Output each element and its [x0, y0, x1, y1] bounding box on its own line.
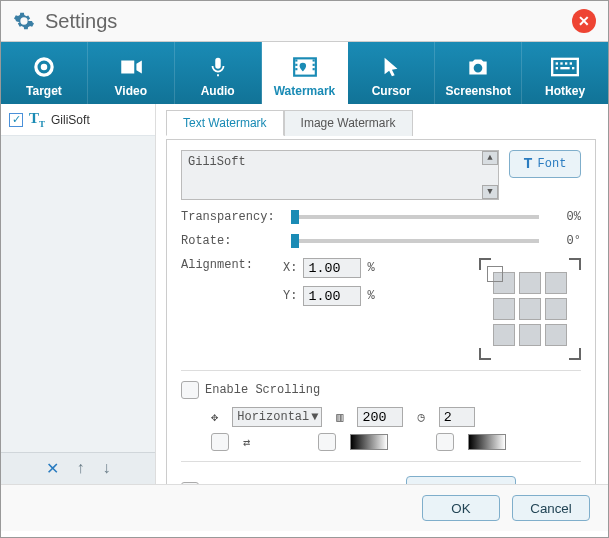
svg-rect-14	[572, 67, 574, 69]
scroll-duration-input[interactable]	[439, 407, 475, 427]
tab-screenshot[interactable]: Screenshot	[435, 42, 522, 104]
rotate-label: Rotate:	[181, 234, 277, 248]
font-button[interactable]: T Font	[509, 150, 581, 178]
watermark-text-input[interactable]: GiliSoft ▲▼	[181, 150, 499, 200]
watermark-list-sidebar: ✓ TT GiliSoft ✕ ↑ ↓	[1, 104, 156, 484]
subtab-image-watermark[interactable]: Image Watermark	[284, 110, 413, 136]
close-button[interactable]: ✕	[572, 9, 596, 33]
align-bc[interactable]	[519, 324, 541, 346]
subtab-text-watermark[interactable]: Text Watermark	[166, 110, 284, 136]
gradient1-swatch[interactable]	[350, 434, 388, 450]
rotate-value: 0°	[553, 234, 581, 248]
scroll-distance-input[interactable]	[357, 407, 403, 427]
transparency-label: Transparency:	[181, 210, 277, 224]
svg-rect-2	[295, 64, 297, 66]
x-label: X:	[283, 261, 297, 275]
watermark-item-checkbox[interactable]: ✓	[9, 113, 23, 127]
textarea-scrollbar[interactable]: ▲▼	[482, 151, 498, 199]
tab-audio[interactable]: Audio	[175, 42, 262, 104]
svg-rect-5	[312, 64, 314, 66]
svg-rect-12	[556, 67, 558, 69]
enable-scrolling-label: Enable Scrolling	[205, 383, 320, 397]
y-label: Y:	[283, 289, 297, 303]
clock-icon: ◷	[417, 410, 424, 425]
delete-watermark-button[interactable]: ✕	[46, 459, 59, 478]
tab-video[interactable]: Video	[88, 42, 175, 104]
distance-icon: ▥	[336, 410, 343, 425]
target-icon	[1, 50, 87, 84]
align-tr[interactable]	[545, 272, 567, 294]
enable-scrolling-checkbox[interactable]	[181, 381, 199, 399]
microphone-icon	[175, 50, 261, 84]
transparency-value: 0%	[553, 210, 581, 224]
direction-icon: ✥	[211, 410, 218, 425]
align-bl[interactable]	[493, 324, 515, 346]
align-mr[interactable]	[545, 298, 567, 320]
text-watermark-panel: GiliSoft ▲▼ T Font Transparency: 0% Rota…	[166, 139, 596, 484]
svg-rect-10	[565, 62, 567, 64]
add-watermark-button[interactable]: + Add	[406, 476, 516, 484]
svg-rect-4	[312, 59, 314, 61]
watermark-item-label: GiliSoft	[51, 113, 90, 127]
text-watermark-type-icon: TT	[29, 110, 45, 129]
transparency-slider[interactable]	[291, 215, 539, 219]
alignment-y-input[interactable]	[303, 286, 361, 306]
svg-rect-8	[556, 62, 558, 64]
cancel-button[interactable]: Cancel	[512, 495, 590, 521]
gradient2-checkbox[interactable]	[436, 433, 454, 451]
camera-icon	[435, 50, 521, 84]
tab-cursor[interactable]: Cursor	[348, 42, 435, 104]
keyboard-icon	[522, 50, 608, 84]
alignment-grid	[479, 258, 581, 360]
align-ml[interactable]	[493, 298, 515, 320]
loop-icon: ⇄	[243, 435, 250, 450]
svg-rect-9	[560, 62, 562, 64]
rotate-slider[interactable]	[291, 239, 539, 243]
move-up-button[interactable]: ↑	[77, 459, 85, 478]
svg-rect-6	[312, 68, 314, 70]
alignment-x-input[interactable]	[303, 258, 361, 278]
move-down-button[interactable]: ↓	[103, 459, 111, 478]
gradient2-swatch[interactable]	[468, 434, 506, 450]
watermark-list-item[interactable]: ✓ TT GiliSoft	[1, 104, 155, 136]
svg-rect-1	[295, 59, 297, 61]
dialog-footer: OK Cancel	[1, 484, 608, 531]
sidebar-actions: ✕ ↑ ↓	[1, 452, 155, 484]
align-mc[interactable]	[519, 298, 541, 320]
font-icon: T	[524, 156, 533, 173]
svg-rect-11	[570, 62, 572, 64]
tab-target[interactable]: Target	[1, 42, 88, 104]
scroll-direction-dropdown[interactable]: Horizontal▼	[232, 407, 322, 427]
align-tc[interactable]	[519, 272, 541, 294]
svg-rect-3	[295, 68, 297, 70]
align-br[interactable]	[545, 324, 567, 346]
tab-hotkey[interactable]: Hotkey	[522, 42, 608, 104]
window-title: Settings	[45, 10, 117, 33]
tab-watermark[interactable]: Watermark	[262, 42, 349, 104]
main-toolbar: Target Video Audio Watermark Cursor Scre…	[1, 42, 608, 104]
watermark-icon	[262, 50, 348, 84]
ok-button[interactable]: OK	[422, 495, 500, 521]
align-tl[interactable]	[493, 272, 515, 294]
plus-icon: +	[439, 480, 451, 485]
svg-rect-13	[560, 67, 569, 69]
cursor-icon	[348, 50, 434, 84]
titlebar: Settings ✕	[1, 1, 608, 42]
enable-watermark-checkbox[interactable]	[181, 482, 199, 484]
watermark-subtabs: Text Watermark Image Watermark	[166, 110, 596, 136]
settings-gear-icon	[13, 10, 35, 32]
video-icon	[88, 50, 174, 84]
loop-checkbox[interactable]	[211, 433, 229, 451]
alignment-label: Alignment:	[181, 258, 277, 272]
gradient1-checkbox[interactable]	[318, 433, 336, 451]
